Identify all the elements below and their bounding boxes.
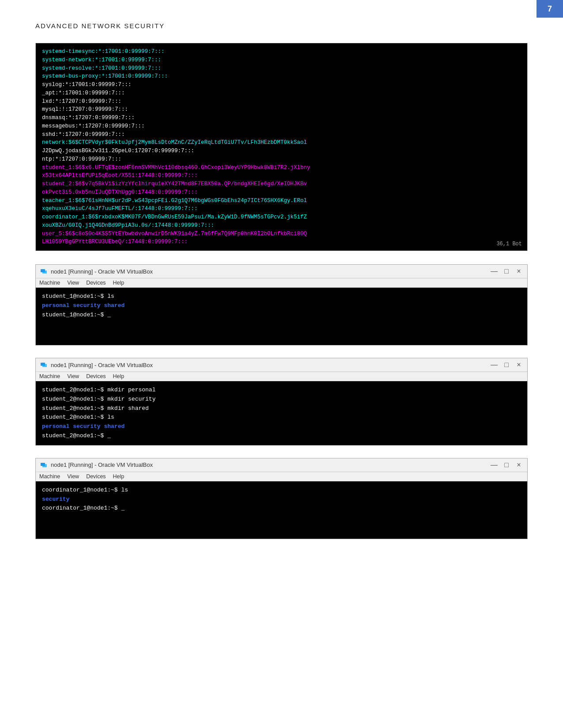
terminal-line: student_1@node1:~$ _ <box>42 311 521 320</box>
terminal-line: personal security shared <box>42 422 521 432</box>
terminal-line: systemd-timesync:*:17001:0:99999:7::: <box>42 48 521 56</box>
terminal-line: dnsmasq:*:17207:0:99999:7::: <box>42 114 521 122</box>
svg-rect-5 <box>42 464 47 467</box>
terminal-line: coordinator_1:$6$rxbdxoK$MK07F/VBDnGwRUs… <box>42 213 521 221</box>
terminal-line: student_2@node1:~$ mkdir personal <box>42 386 521 395</box>
vbox-terminal-1[interactable]: student_1@node1:~$ ls personal security … <box>36 288 527 345</box>
terminal-line: xouXBZu/G0IQ.j1Q4GDnBd9PpiA3u.0s/:17448:… <box>42 221 521 230</box>
minimize-button-2[interactable]: — <box>490 361 498 369</box>
minimize-button-3[interactable]: — <box>490 461 498 469</box>
terminal-line: systemd-network:*:17001:0:99999:7::: <box>42 56 521 64</box>
menu-view-3[interactable]: View <box>67 473 79 480</box>
vbox-title-left-1: node1 [Running] - Oracle VM VirtualBox <box>40 267 153 275</box>
terminal-line: messagebus:*:17207:0:99999:7::: <box>42 122 521 131</box>
menu-devices-1[interactable]: Devices <box>86 280 106 286</box>
page-number: 7 <box>537 0 563 18</box>
vbox-titlebar-3: node1 [Running] - Oracle VM VirtualBox —… <box>36 458 527 472</box>
menu-view-1[interactable]: View <box>67 280 79 286</box>
terminal-line: systemd-resolve:*:17001:0:99999:7::: <box>42 64 521 73</box>
terminal-line: student_2@node1:~$ mkdir security <box>42 395 521 404</box>
svg-rect-1 <box>42 270 47 274</box>
vbox-title-left-2: node1 [Running] - Oracle VM VirtualBox <box>40 361 153 369</box>
minimize-button-1[interactable]: — <box>490 267 498 275</box>
terminal-line: security <box>42 495 521 504</box>
menu-machine-2[interactable]: Machine <box>39 373 60 379</box>
virtualbox-icon <box>40 461 48 469</box>
terminal-line: coordinator_1@node1:~$ _ <box>42 504 521 513</box>
terminal-line: student_1@node1:~$ ls <box>42 292 521 301</box>
terminal-line: x53tx64APltsEfUPi5qEoot/X551:17448:0:999… <box>42 172 521 180</box>
terminal-line: user_5:$6$c8oS0o4K$S5YtEYbwbdvoAnwirD5nW… <box>42 230 521 238</box>
terminal-line: lxd:*:17207:0:99999:7::: <box>42 98 521 106</box>
terminal-line: student_2:$6$v7q5BkV1$izYzYfclhirqu1eXY4… <box>42 180 521 188</box>
terminal-line: coordinator_1@node1:~$ ls <box>42 486 521 495</box>
virtualbox-icon <box>40 267 48 275</box>
menu-devices-2[interactable]: Devices <box>86 373 106 379</box>
close-button-2[interactable]: × <box>515 361 523 369</box>
terminal-line: xqehuxuX3eiuC/4sJf7uuFMEFTL/:17448:0:999… <box>42 205 521 213</box>
terminal-line: student_2@node1:~$ mkdir shared <box>42 404 521 413</box>
vbox-controls-3: — □ × <box>490 461 523 469</box>
terminal-line: teacher_1:$6$761sHnNH$ur2dP.wS43pcpFEi.G… <box>42 197 521 205</box>
menu-devices-3[interactable]: Devices <box>86 473 106 480</box>
terminal-line: student_2@node1:~$ ls <box>42 413 521 422</box>
vbox-title-text-3: node1 [Running] - Oracle VM VirtualBox <box>51 462 153 468</box>
menu-machine-3[interactable]: Machine <box>39 473 60 480</box>
menu-help-1[interactable]: Help <box>113 280 125 286</box>
menu-help-2[interactable]: Help <box>113 373 125 379</box>
vbox-controls-1: — □ × <box>490 267 523 275</box>
terminal-line: personal security shared <box>42 301 521 311</box>
maximize-button-2[interactable]: □ <box>503 361 510 369</box>
terminal-line: network:$6$CTCPVdyr$0FktuJpfj2Mym8LsDtoM… <box>42 139 521 147</box>
vbox-title-text-2: node1 [Running] - Oracle VM VirtualBox <box>51 362 153 368</box>
terminal-line: _apt:*:17001:0:99999:7::: <box>42 89 521 98</box>
maximize-button-3[interactable]: □ <box>503 461 510 469</box>
vbox-menubar-3: Machine View Devices Help <box>36 472 527 481</box>
terminal-line: syslog:*:17001:0:99999:7::: <box>42 81 521 89</box>
content-area: systemd-timesync:*:17001:0:99999:7::: sy… <box>0 38 563 569</box>
menu-machine-1[interactable]: Machine <box>39 280 60 286</box>
terminal-line: sshd:*:17207:0:99999:7::: <box>42 131 521 139</box>
vbox-title-text-1: node1 [Running] - Oracle VM VirtualBox <box>51 268 153 275</box>
terminal-line: ntp:*:17207:0:99999:7::: <box>42 155 521 164</box>
svg-rect-3 <box>42 364 47 367</box>
vbox-title-left-3: node1 [Running] - Oracle VM VirtualBox <box>40 461 153 469</box>
terminal-line: LH1059YBgGPYttBRCU3UEbeQ/:17448:0:99999:… <box>42 238 521 246</box>
vbox-terminal-2[interactable]: student_2@node1:~$ mkdir personal studen… <box>36 381 527 445</box>
page-title: ADVANCED NETWORK SECURITY <box>35 22 528 30</box>
shadow-file-terminal: systemd-timesync:*:17001:0:99999:7::: sy… <box>35 43 528 251</box>
terminal-line: okPvct3i5.0xb5nuIJuQDTXhUgg0:17448:0:999… <box>42 188 521 197</box>
menu-help-3[interactable]: Help <box>113 473 125 480</box>
terminal-line: student_2@node1:~$ _ <box>42 432 521 441</box>
vbox-titlebar-2: node1 [Running] - Oracle VM VirtualBox —… <box>36 358 527 372</box>
menu-view-2[interactable]: View <box>67 373 79 379</box>
terminal-line: mysql:!:17207:0:99999:7::: <box>42 105 521 114</box>
vbox-menubar-1: Machine View Devices Help <box>36 278 527 288</box>
vbox-titlebar-1: node1 [Running] - Oracle VM VirtualBox —… <box>36 265 527 278</box>
vbox-window-3: node1 [Running] - Oracle VM VirtualBox —… <box>35 458 528 539</box>
terminal-line: systemd-bus-proxy:*:17001:0:99999:7::: <box>42 72 521 81</box>
vbox-window-1: node1 [Running] - Oracle VM VirtualBox —… <box>35 264 528 345</box>
vbox-menubar-2: Machine View Devices Help <box>36 372 527 381</box>
maximize-button-1[interactable]: □ <box>503 267 510 275</box>
close-button-1[interactable]: × <box>515 267 523 275</box>
terminal-line: J2DpwQ.jodasBGkJv311.2GpeL0:17207:0:9999… <box>42 147 521 155</box>
vbox-window-2: node1 [Running] - Oracle VM VirtualBox —… <box>35 358 528 446</box>
page-header: ADVANCED NETWORK SECURITY <box>0 0 563 38</box>
close-button-3[interactable]: × <box>515 461 523 469</box>
vbox-terminal-3[interactable]: coordinator_1@node1:~$ ls security coord… <box>36 481 527 539</box>
terminal-status: 36,1 Bot <box>496 240 522 248</box>
virtualbox-icon <box>40 361 48 369</box>
vbox-controls-2: — □ × <box>490 361 523 369</box>
terminal-line: student_1:$6$x6.UFTqE$zonHF6nnSVMMhVc110… <box>42 164 521 172</box>
